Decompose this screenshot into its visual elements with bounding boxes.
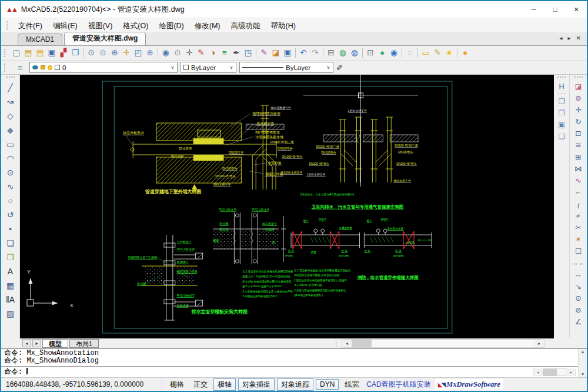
menu-item-1[interactable]: 编辑(E)	[48, 20, 83, 32]
tab-model[interactable]: 模型	[42, 339, 68, 348]
save-image-icon[interactable]: ▣	[282, 47, 293, 59]
horizontal-scrollbar[interactable]: ◂ ▸	[342, 339, 544, 348]
layout-scroll-left[interactable]: ◂	[22, 339, 31, 347]
chevron-down-icon[interactable]: ∨	[168, 62, 177, 72]
scrollbar-thumb[interactable]	[352, 340, 372, 347]
save-all-icon[interactable]: ❐	[69, 47, 81, 59]
copy-base-icon[interactable]: ❐	[555, 107, 568, 119]
arc-icon[interactable]: ◠	[4, 151, 18, 165]
help-online-icon[interactable]: ◉	[388, 47, 400, 59]
extend-icon[interactable]: ⌐	[572, 187, 585, 198]
chevron-down-icon[interactable]: ∨	[227, 62, 236, 72]
status-toggle-4[interactable]: 对象追踪	[277, 378, 313, 391]
app-update-icon[interactable]: ●	[459, 47, 471, 59]
print-icon[interactable]: ⊟	[325, 47, 337, 59]
dim-angular-icon[interactable]: ∠	[572, 316, 585, 328]
cad-drawing[interactable]: 预埋刚性防水套管排水横干管RK-I型柔性防水冷缩橡胶条密水性接室外检查井防水套管…	[20, 75, 554, 338]
minimize-button[interactable]: ─	[523, 1, 544, 18]
fillet-icon[interactable]: ╭	[572, 198, 585, 210]
paint-entity-icon[interactable]: ✎	[258, 47, 270, 59]
chevron-down-icon[interactable]: ∨	[324, 62, 333, 72]
zoom-window-icon[interactable]: ◰	[132, 47, 144, 59]
layer-manager-icon[interactable]: ≡	[14, 63, 26, 72]
paste-clip-icon[interactable]: ▣	[555, 119, 568, 131]
point-icon[interactable]: •	[4, 222, 18, 236]
toolbar-grip[interactable]	[574, 77, 583, 79]
named-views-icon[interactable]: ◉	[160, 47, 172, 59]
line-icon[interactable]: ╱	[4, 81, 18, 95]
mxcad-brand-icon[interactable]: ▞	[58, 47, 69, 59]
zoom-dynamic-icon[interactable]: ⊙	[97, 47, 109, 59]
scale-icon[interactable]: ⊡	[572, 128, 585, 139]
move-icon[interactable]: ✛	[572, 104, 585, 116]
rectangle-icon[interactable]: ▭	[4, 137, 18, 151]
tab-next-icon[interactable]: ▸	[568, 35, 571, 41]
web-open-icon[interactable]: ◍	[349, 47, 360, 59]
circle-icon[interactable]: ⊙	[4, 165, 18, 180]
pan-icon[interactable]: ✛	[121, 47, 132, 59]
wipe-entity-icon[interactable]: ◪	[270, 47, 282, 59]
match-properties-icon[interactable]: ✐	[336, 63, 343, 72]
toolbar-grip[interactable]	[4, 64, 6, 72]
snapshot-icon[interactable]: ⊡	[365, 47, 376, 59]
menu-item-5[interactable]: 修改(M)	[189, 20, 226, 32]
command-input-line[interactable]: 命令:	[4, 368, 575, 376]
copy-clip-icon[interactable]: ❐	[555, 95, 568, 107]
scroll-right-icon[interactable]: ▸	[534, 340, 544, 347]
pan-realtime-icon[interactable]: ✛	[183, 47, 195, 59]
dim-linear-icon[interactable]: ↔	[572, 269, 585, 281]
break-icon[interactable]: ≠	[572, 210, 585, 222]
rotate-icon[interactable]: ↻	[572, 116, 585, 128]
menu-item-2[interactable]: 视图(V)	[83, 20, 118, 32]
toolbar-grip[interactable]	[4, 49, 6, 57]
toolbar-grip[interactable]	[557, 77, 566, 79]
spline-icon[interactable]: ∿	[4, 180, 18, 194]
toolbar-grip[interactable]	[6, 77, 15, 79]
rect-edit-icon[interactable]: ☐	[572, 245, 585, 257]
layout-scroll-right[interactable]: ▸	[32, 339, 41, 347]
command-window[interactable]: 命令: Mx_ShowAnnotation 命令: Mx_ShowAnnoDia…	[1, 348, 587, 377]
save-icon[interactable]: ▣	[46, 47, 58, 59]
table-icon[interactable]: ▦	[4, 278, 18, 293]
message-icon[interactable]: ●	[376, 47, 388, 59]
offset-icon[interactable]: ≋	[572, 139, 585, 151]
block-create-icon[interactable]: ❏	[4, 236, 18, 250]
explode-icon[interactable]: ✶	[572, 234, 585, 245]
mtext-icon[interactable]: ‖A	[4, 293, 18, 307]
dim-radius-icon[interactable]: ⊙	[572, 293, 585, 304]
block-insert-icon[interactable]: ❐	[4, 250, 18, 264]
open-file-icon[interactable]: ▤	[22, 47, 34, 59]
close-button[interactable]: ✕	[566, 1, 587, 18]
polygon-ir-icon[interactable]: ◆	[4, 123, 18, 137]
tab-close-icon[interactable]: ✕	[576, 35, 581, 41]
brand-badge[interactable]: ◣◥ MxDrawSoftware	[435, 379, 503, 390]
mobile-app-link[interactable]: CAD看图手机版安装	[366, 380, 430, 390]
undo-icon[interactable]: ↶	[298, 47, 309, 59]
drawing-canvas[interactable]: 预埋刚性防水套管排水横干管RK-I型柔性防水冷缩橡胶条密水性接室外检查井防水套管…	[20, 75, 554, 338]
erase-icon[interactable]: ◪	[572, 81, 585, 92]
status-toggle-0[interactable]: 栅格	[166, 379, 188, 390]
hatch-icon[interactable]: ▨	[4, 307, 18, 321]
dim-aligned-icon[interactable]: ↘	[572, 281, 585, 293]
tab-layout1[interactable]: 布局1	[69, 339, 99, 348]
scroll-up-icon[interactable]: ▲	[582, 350, 584, 354]
layer-combobox[interactable]: 0 ∨	[29, 62, 178, 73]
view-preview-icon[interactable]: ⊙	[172, 47, 183, 59]
ruler-icon[interactable]: ▭	[420, 47, 432, 59]
redo-icon[interactable]: ↷	[309, 47, 321, 59]
find-icon[interactable]: ◌	[404, 47, 416, 59]
revision-cloud-icon[interactable]: ↺	[4, 208, 18, 222]
command-horizontal-scrollbar[interactable]: ◂ ▸	[533, 368, 576, 376]
viewport-icon[interactable]: H	[555, 81, 568, 92]
text-icon[interactable]: A	[4, 264, 18, 278]
linetype-combobox[interactable]: ByLayer ∨	[239, 62, 333, 73]
menu-item-4[interactable]: 绘图(D)	[153, 20, 189, 32]
pane-splitter[interactable]	[336, 340, 338, 347]
scroll-left-icon[interactable]: ◂	[342, 340, 352, 347]
scrollbar-thumb[interactable]	[543, 368, 557, 376]
dim-diameter-icon[interactable]: ⊘	[572, 304, 585, 316]
ellipse-icon[interactable]: ○	[4, 194, 18, 208]
status-toggle-2[interactable]: 极轴	[213, 378, 236, 391]
redline-icon[interactable]: ✎	[195, 47, 207, 59]
new-file-icon[interactable]: ▢	[11, 47, 22, 59]
